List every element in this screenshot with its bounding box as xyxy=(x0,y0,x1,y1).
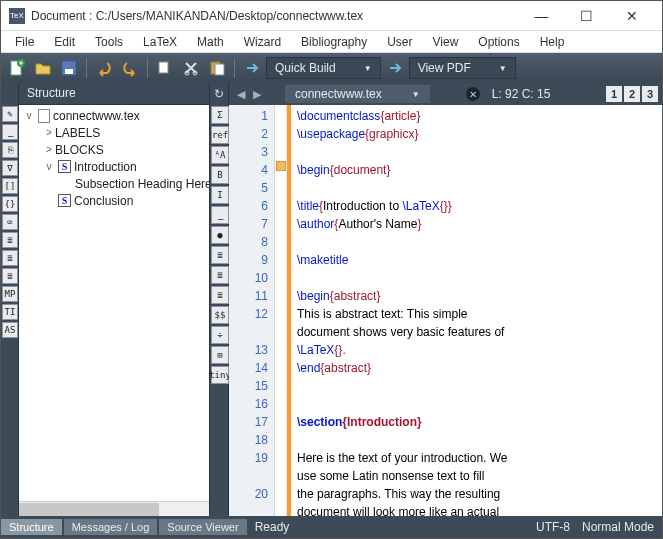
tool-button[interactable]: I xyxy=(211,186,229,204)
nav-back-button[interactable]: ◀ xyxy=(233,86,249,102)
menu-edit[interactable]: Edit xyxy=(44,33,85,51)
build-combo[interactable]: Quick Build▼ xyxy=(266,57,381,79)
view-combo[interactable]: View PDF▼ xyxy=(409,57,516,79)
tree-row[interactable]: >LABELS xyxy=(19,124,209,141)
symbol-button[interactable]: ⎘ xyxy=(2,142,18,158)
line-gutter: 123456789101112131415161718192021 xyxy=(229,105,275,516)
symbol-button[interactable]: ⎯ xyxy=(2,124,18,140)
status-tab-structure[interactable]: Structure xyxy=(1,519,62,535)
tool-button[interactable]: ⎯ xyxy=(211,206,229,224)
new-button[interactable] xyxy=(5,56,29,80)
svg-rect-3 xyxy=(65,69,73,74)
tool-button[interactable]: $$ xyxy=(211,306,229,324)
window-title: Document : C:/Users/MANIKANDAN/Desktop/c… xyxy=(31,9,519,23)
menu-wizard[interactable]: Wizard xyxy=(234,33,291,51)
svg-rect-4 xyxy=(159,62,168,73)
symbol-button[interactable]: {} xyxy=(2,196,18,212)
undo-button[interactable] xyxy=(92,56,116,80)
document-icon xyxy=(38,109,50,123)
tool-button[interactable]: Σ xyxy=(211,106,229,124)
tool-button[interactable]: ref xyxy=(211,126,229,144)
title-bar: TeX Document : C:/Users/MANIKANDAN/Deskt… xyxy=(1,1,662,31)
structure-header: Structure xyxy=(19,83,209,105)
mid-tool-strip: ↻ Σ ref ᴬA B I ⎯ ● ≣ ≣ ≣ $$ ÷ ⊞ tiny xyxy=(209,83,229,516)
symbol-button[interactable]: ∞ xyxy=(2,214,18,230)
tree-row[interactable]: SConclusion xyxy=(19,192,209,209)
status-bar: Structure Messages / Log Source Viewer R… xyxy=(1,516,662,538)
cut-button[interactable] xyxy=(179,56,203,80)
symbol-button[interactable]: ≣ xyxy=(2,250,18,266)
paste-button[interactable] xyxy=(205,56,229,80)
menu-tools[interactable]: Tools xyxy=(85,33,133,51)
menu-math[interactable]: Math xyxy=(187,33,234,51)
tool-button[interactable]: ⊞ xyxy=(211,346,229,364)
menu-options[interactable]: Options xyxy=(468,33,529,51)
status-tab-source[interactable]: Source Viewer xyxy=(159,519,246,535)
copy-button[interactable] xyxy=(153,56,177,80)
page-indicator[interactable]: 1 xyxy=(606,86,622,102)
symbol-button[interactable]: ≣ xyxy=(2,268,18,284)
symbol-button[interactable]: ✎ xyxy=(2,106,18,122)
page-indicator[interactable]: 2 xyxy=(624,86,640,102)
tool-button[interactable]: ≣ xyxy=(211,266,229,284)
editor-tabbar: ◀ ▶ connectwww.tex▼ ✕ L: 92 C: 15 1 2 3 xyxy=(229,83,662,105)
maximize-button[interactable]: ☐ xyxy=(564,2,609,30)
menu-view[interactable]: View xyxy=(423,33,469,51)
tab-close-button[interactable]: ✕ xyxy=(466,87,480,101)
menu-latex[interactable]: LaTeX xyxy=(133,33,187,51)
tool-button[interactable]: ≣ xyxy=(211,286,229,304)
tree-row[interactable]: >BLOCKS xyxy=(19,141,209,158)
tree-row[interactable]: vconnectwww.tex xyxy=(19,107,209,124)
structure-panel: Structure vconnectwww.tex >LABELS >BLOCK… xyxy=(19,83,209,516)
editor-pane: ◀ ▶ connectwww.tex▼ ✕ L: 92 C: 15 1 2 3 … xyxy=(229,83,662,516)
status-ready: Ready xyxy=(255,520,290,534)
symbol-button[interactable]: AS xyxy=(2,322,18,338)
symbol-button[interactable]: MP xyxy=(2,286,18,302)
run-button[interactable] xyxy=(240,56,264,80)
svg-rect-8 xyxy=(215,64,224,75)
menu-bibliography[interactable]: Bibliography xyxy=(291,33,377,51)
fold-marker-icon[interactable] xyxy=(276,161,286,171)
minimize-button[interactable]: — xyxy=(519,2,564,30)
status-mode[interactable]: Normal Mode xyxy=(582,520,654,534)
chevron-down-icon: ▼ xyxy=(499,64,507,73)
tool-button[interactable]: ≣ xyxy=(211,246,229,264)
tool-button[interactable]: B xyxy=(211,166,229,184)
structure-tree[interactable]: vconnectwww.tex >LABELS >BLOCKS vSIntrod… xyxy=(19,105,209,501)
code-text[interactable]: \documentclass{article} \usepackage{grap… xyxy=(291,105,662,516)
tree-row[interactable]: Subsection Heading Here xyxy=(19,175,209,192)
menu-bar: File Edit Tools LaTeX Math Wizard Biblio… xyxy=(1,31,662,53)
main-toolbar: Quick Build▼ View PDF▼ xyxy=(1,53,662,83)
status-encoding[interactable]: UTF-8 xyxy=(536,520,570,534)
symbol-button[interactable]: TI xyxy=(2,304,18,320)
menu-user[interactable]: User xyxy=(377,33,422,51)
editor-tab[interactable]: connectwww.tex▼ xyxy=(285,85,430,103)
redo-button[interactable] xyxy=(118,56,142,80)
view-run-button[interactable] xyxy=(383,56,407,80)
refresh-icon[interactable]: ↻ xyxy=(214,87,224,101)
symbol-button[interactable]: ∇ xyxy=(2,160,18,176)
menu-help[interactable]: Help xyxy=(530,33,575,51)
fold-gutter[interactable] xyxy=(275,105,287,516)
tool-button[interactable]: ᴬA xyxy=(211,146,229,164)
tree-row[interactable]: vSIntroduction xyxy=(19,158,209,175)
code-editor[interactable]: 123456789101112131415161718192021 \docum… xyxy=(229,105,662,516)
save-button[interactable] xyxy=(57,56,81,80)
tool-button[interactable]: tiny xyxy=(211,366,229,384)
cursor-position: L: 92 C: 15 xyxy=(492,87,551,101)
symbol-button[interactable]: ≣ xyxy=(2,232,18,248)
section-icon: S xyxy=(58,194,71,207)
status-tab-messages[interactable]: Messages / Log xyxy=(64,519,158,535)
chevron-down-icon: ▼ xyxy=(364,64,372,73)
app-icon: TeX xyxy=(9,8,25,24)
nav-fwd-button[interactable]: ▶ xyxy=(249,86,265,102)
page-indicator[interactable]: 3 xyxy=(642,86,658,102)
open-button[interactable] xyxy=(31,56,55,80)
close-button[interactable]: ✕ xyxy=(609,2,654,30)
menu-file[interactable]: File xyxy=(5,33,44,51)
tool-button[interactable]: ÷ xyxy=(211,326,229,344)
structure-hscroll[interactable] xyxy=(19,501,209,516)
tool-button[interactable]: ● xyxy=(211,226,229,244)
section-icon: S xyxy=(58,160,71,173)
symbol-button[interactable]: [] xyxy=(2,178,18,194)
